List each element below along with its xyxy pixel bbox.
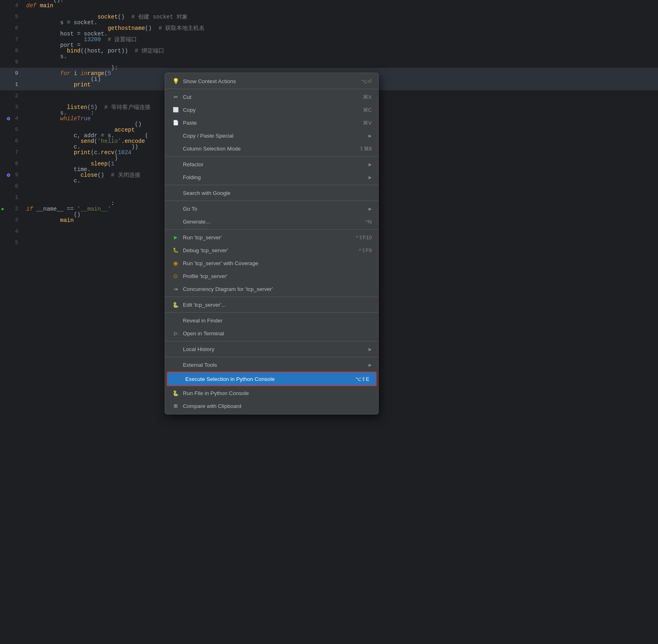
line-num-10: ◄ 0 [0,68,22,79]
line-num-25: 5 [0,237,22,249]
debug-icon: 🐛 [172,247,180,253]
menu-item-go-to[interactable]: Go To ▶ [165,202,378,215]
separator-6 [165,297,378,297]
menu-item-local-history[interactable]: Local History ▶ [165,343,378,355]
concurrency-icon: ⇒ [172,286,180,292]
menu-label-go-to: Go To [183,206,365,212]
menu-label-concurrency-diagram: Concurrency Diagram for 'tcp_server' [183,286,372,292]
cut-icon: ✂ [172,94,180,100]
code-line-4: def main(): [22,0,658,11]
python-icon: 🐍 [172,302,180,308]
menu-item-paste[interactable]: 📄 Paste ⌘V [165,116,378,129]
line-num-13: 3 [0,102,22,113]
execute-selection-wrapper: Execute Selection in Python Console ⌥⇧E [167,372,377,386]
menu-label-copy: Copy [183,107,355,113]
menu-shortcut-generate: ^N [358,219,372,225]
menu-shortcut-copy: ⌘C [355,107,372,113]
menu-shortcut-execute-selection: ⌥⇧E [347,376,369,382]
menu-item-run-coverage[interactable]: ◉ Run 'tcp_server' with Coverage [165,257,378,270]
code-line-8: s.bind((host, port)) # 绑定端口 [22,45,658,56]
separator-7 [165,312,378,313]
copy-icon: ⬜ [172,107,180,113]
menu-item-search-google[interactable]: Search with Google [165,186,378,199]
menu-item-concurrency-diagram[interactable]: ⇒ Concurrency Diagram for 'tcp_server' [165,282,378,295]
line-num-17: 7 [0,147,22,158]
menu-item-run-tcp-server[interactable]: ▶ Run 'tcp_server' ^⇧F10 [165,231,378,244]
menu-item-folding[interactable]: Folding ▶ [165,171,378,184]
separator-2 [165,156,378,157]
code-line-7: port = 13200 # 设置端口 [22,34,658,45]
menu-item-reveal-finder[interactable]: Reveal in Finder [165,314,378,327]
menu-label-run-coverage: Run 'tcp_server' with Coverage [183,260,372,266]
separator-1 [165,89,378,89]
line-num-19: 9 [0,169,22,181]
menu-label-execute-selection: Execute Selection in Python Console [185,376,347,382]
menu-label-generate: Generate... [183,219,358,225]
separator-9 [165,357,378,357]
menu-label-debug-tcp-server: Debug 'tcp_server' [183,247,351,253]
line-num-20: 0 [0,181,22,192]
separator-8 [165,341,378,341]
coverage-icon: ◉ [172,260,180,266]
menu-label-compare-clipboard: Compare with Clipboard [183,403,372,409]
menu-label-reveal-finder: Reveal in Finder [183,318,372,324]
line-num-6: 6 [0,23,22,34]
menu-label-search-google: Search with Google [183,190,372,196]
menu-label-run-tcp-server: Run 'tcp_server' [183,234,348,240]
menu-label-column-selection: Column Selection Mode [183,146,351,152]
paste-icon: 📄 [172,120,180,125]
menu-label-paste: Paste [183,120,355,126]
menu-shortcut-show-context-actions: ⌥⏎ [353,78,372,84]
menu-shortcut-run-tcp-server: ^⇧F10 [348,234,372,240]
menu-item-copy[interactable]: ⬜ Copy ⌘C [165,103,378,116]
menu-item-open-terminal[interactable]: ▷ Open in Terminal [165,327,378,340]
submenu-arrow-go-to: ▶ [369,207,372,211]
menu-label-run-file-python: Run File in Python Console [183,390,372,396]
line-num-11: 1 [0,79,22,90]
menu-label-open-terminal: Open in Terminal [183,330,372,337]
submenu-arrow-external-tools: ▶ [369,363,372,367]
menu-item-show-context-actions[interactable]: 💡 Show Context Actions ⌥⏎ [165,75,378,88]
line-num-4: 4 [0,0,22,11]
menu-label-folding: Folding [183,174,365,180]
code-line-5: s = socket.socket() # 创建 socket 对象 [22,11,658,23]
menu-item-cut[interactable]: ✂ Cut ⌘X [165,90,378,103]
line-num-21: 1 [0,192,22,203]
menu-label-show-context-actions: Show Context Actions [183,78,353,84]
submenu-arrow-folding: ▶ [369,175,372,180]
line-num-23: 3 [0,215,22,226]
menu-shortcut-debug-tcp-server: ^⇧F9 [351,247,372,253]
line-num-14: 4 [0,113,22,124]
context-menu: 💡 Show Context Actions ⌥⏎ ✂ Cut ⌘X ⬜ Cop… [165,73,379,414]
line-num-12: 2 [0,90,22,102]
line-num-15: 5 [0,124,22,136]
run-file-python-icon: 🐍 [172,390,180,396]
menu-shortcut-column-selection: ⇧⌘8 [351,146,372,152]
lightbulb-icon: 💡 [172,78,180,84]
separator-3 [165,185,378,185]
menu-item-debug-tcp-server[interactable]: 🐛 Debug 'tcp_server' ^⇧F9 [165,244,378,257]
run-icon: ▶ [172,235,180,240]
menu-item-refactor[interactable]: Refactor ▶ [165,158,378,171]
menu-label-cut: Cut [183,94,355,100]
menu-item-run-file-python[interactable]: 🐍 Run File in Python Console [165,387,378,399]
menu-item-generate[interactable]: Generate... ^N [165,215,378,228]
submenu-arrow-copy-paste-special: ▶ [369,134,372,138]
profile-icon: ⊙ [172,273,180,279]
menu-item-column-selection[interactable]: Column Selection Mode ⇧⌘8 [165,142,378,155]
menu-item-execute-selection[interactable]: Execute Selection in Python Console ⌥⇧E [168,372,376,385]
terminal-icon: ▷ [172,330,180,336]
menu-item-compare-clipboard[interactable]: ⊞ Compare with Clipboard [165,399,378,412]
menu-item-edit-tcp-server[interactable]: 🐍 Edit 'tcp_server'... [165,298,378,311]
line-num-8: 8 [0,45,22,56]
menu-item-copy-paste-special[interactable]: Copy / Paste Special ▶ [165,129,378,142]
line-num-16: 6 [0,136,22,147]
menu-label-local-history: Local History [183,346,365,352]
menu-label-copy-paste-special: Copy / Paste Special [183,133,365,139]
line-num-7: 7 [0,34,22,45]
menu-item-profile-tcp-server[interactable]: ⊙ Profile 'tcp_server' [165,270,378,282]
code-line-6: host = socket.gethostname() # 获取本地主机名 [22,23,658,34]
line-num-18: 8 [0,158,22,169]
menu-item-external-tools[interactable]: External Tools ▶ [165,358,378,371]
compare-clipboard-icon: ⊞ [172,403,180,409]
